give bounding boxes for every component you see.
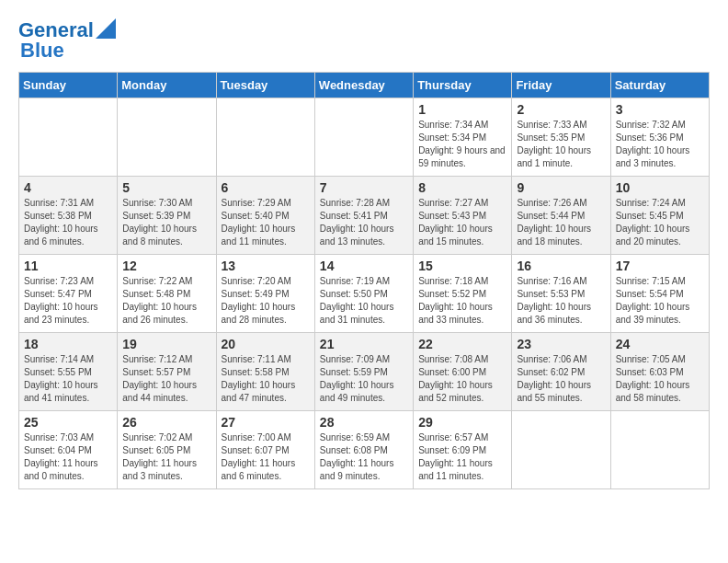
- day-number: 27: [222, 415, 310, 430]
- day-number: 7: [320, 180, 408, 195]
- day-header-tuesday: Tuesday: [216, 73, 314, 98]
- calendar-cell: 28Sunrise: 6:59 AM Sunset: 6:08 PM Dayli…: [314, 411, 413, 489]
- calendar-cell: 14Sunrise: 7:19 AM Sunset: 5:50 PM Dayli…: [314, 255, 413, 333]
- calendar-cell: 17Sunrise: 7:15 AM Sunset: 5:54 PM Dayli…: [610, 255, 709, 333]
- day-info: Sunrise: 7:03 AM Sunset: 6:04 PM Dayligh…: [24, 431, 112, 483]
- day-info: Sunrise: 7:00 AM Sunset: 6:07 PM Dayligh…: [222, 431, 310, 483]
- day-number: 12: [122, 259, 210, 273]
- calendar-cell: 19Sunrise: 7:12 AM Sunset: 5:57 PM Dayli…: [118, 333, 216, 411]
- day-number: 13: [222, 259, 310, 273]
- day-number: 9: [517, 180, 605, 195]
- day-info: Sunrise: 7:12 AM Sunset: 5:57 PM Dayligh…: [122, 353, 210, 405]
- day-header-wednesday: Wednesday: [314, 73, 413, 98]
- day-number: 24: [616, 337, 704, 351]
- day-info: Sunrise: 7:02 AM Sunset: 6:05 PM Dayligh…: [122, 431, 210, 483]
- day-number: 4: [24, 180, 112, 195]
- day-number: 22: [418, 337, 506, 351]
- day-info: Sunrise: 7:28 AM Sunset: 5:41 PM Dayligh…: [320, 197, 408, 248]
- day-number: 8: [418, 180, 506, 195]
- day-number: 2: [517, 102, 605, 117]
- calendar-cell: [512, 411, 610, 489]
- calendar-cell: 29Sunrise: 6:57 AM Sunset: 6:09 PM Dayli…: [414, 411, 512, 489]
- day-header-saturday: Saturday: [610, 73, 709, 98]
- day-info: Sunrise: 7:24 AM Sunset: 5:45 PM Dayligh…: [616, 197, 704, 248]
- day-number: 25: [24, 415, 112, 430]
- calendar-cell: 1Sunrise: 7:34 AM Sunset: 5:34 PM Daylig…: [414, 98, 512, 177]
- page-header: General Blue: [18, 18, 710, 63]
- calendar-cell: 27Sunrise: 7:00 AM Sunset: 6:07 PM Dayli…: [216, 411, 314, 489]
- calendar-cell: [216, 98, 314, 177]
- day-info: Sunrise: 7:05 AM Sunset: 6:03 PM Dayligh…: [616, 353, 704, 405]
- day-header-thursday: Thursday: [414, 73, 512, 98]
- day-number: 26: [122, 415, 210, 430]
- calendar-cell: 11Sunrise: 7:23 AM Sunset: 5:47 PM Dayli…: [19, 255, 118, 333]
- day-number: 21: [320, 337, 408, 351]
- calendar-table: SundayMondayTuesdayWednesdayThursdayFrid…: [18, 72, 710, 489]
- calendar-cell: 16Sunrise: 7:16 AM Sunset: 5:53 PM Dayli…: [512, 255, 610, 333]
- day-number: 5: [122, 180, 210, 195]
- week-row-4: 18Sunrise: 7:14 AM Sunset: 5:55 PM Dayli…: [19, 333, 710, 411]
- day-info: Sunrise: 7:27 AM Sunset: 5:43 PM Dayligh…: [418, 197, 506, 248]
- day-info: Sunrise: 7:18 AM Sunset: 5:52 PM Dayligh…: [418, 275, 506, 327]
- day-number: 18: [24, 337, 112, 351]
- day-number: 23: [517, 337, 605, 351]
- day-info: Sunrise: 7:06 AM Sunset: 6:02 PM Dayligh…: [517, 353, 605, 405]
- week-row-2: 4Sunrise: 7:31 AM Sunset: 5:38 PM Daylig…: [19, 177, 710, 255]
- day-info: Sunrise: 7:23 AM Sunset: 5:47 PM Dayligh…: [24, 275, 112, 327]
- calendar-cell: 23Sunrise: 7:06 AM Sunset: 6:02 PM Dayli…: [512, 333, 610, 411]
- day-info: Sunrise: 7:09 AM Sunset: 5:59 PM Dayligh…: [320, 353, 408, 405]
- logo-blue-text: Blue: [20, 39, 64, 62]
- calendar-cell: 8Sunrise: 7:27 AM Sunset: 5:43 PM Daylig…: [414, 177, 512, 255]
- calendar-cell: [314, 98, 413, 177]
- day-info: Sunrise: 7:26 AM Sunset: 5:44 PM Dayligh…: [517, 197, 605, 248]
- calendar-cell: 26Sunrise: 7:02 AM Sunset: 6:05 PM Dayli…: [118, 411, 216, 489]
- calendar-cell: 13Sunrise: 7:20 AM Sunset: 5:49 PM Dayli…: [216, 255, 314, 333]
- week-row-1: 1Sunrise: 7:34 AM Sunset: 5:34 PM Daylig…: [19, 98, 710, 177]
- day-number: 16: [517, 259, 605, 273]
- day-info: Sunrise: 7:22 AM Sunset: 5:48 PM Dayligh…: [122, 275, 210, 327]
- week-row-5: 25Sunrise: 7:03 AM Sunset: 6:04 PM Dayli…: [19, 411, 710, 489]
- calendar-cell: 20Sunrise: 7:11 AM Sunset: 5:58 PM Dayli…: [216, 333, 314, 411]
- day-number: 10: [616, 180, 704, 195]
- calendar-cell: 25Sunrise: 7:03 AM Sunset: 6:04 PM Dayli…: [19, 411, 118, 489]
- calendar-cell: 15Sunrise: 7:18 AM Sunset: 5:52 PM Dayli…: [414, 255, 512, 333]
- calendar-cell: 5Sunrise: 7:30 AM Sunset: 5:39 PM Daylig…: [118, 177, 216, 255]
- calendar-cell: [118, 98, 216, 177]
- day-info: Sunrise: 7:31 AM Sunset: 5:38 PM Dayligh…: [24, 197, 112, 248]
- day-info: Sunrise: 6:57 AM Sunset: 6:09 PM Dayligh…: [418, 431, 506, 483]
- day-info: Sunrise: 7:20 AM Sunset: 5:49 PM Dayligh…: [222, 275, 310, 327]
- week-row-3: 11Sunrise: 7:23 AM Sunset: 5:47 PM Dayli…: [19, 255, 710, 333]
- day-number: 19: [122, 337, 210, 351]
- day-info: Sunrise: 7:32 AM Sunset: 5:36 PM Dayligh…: [616, 119, 704, 170]
- day-info: Sunrise: 7:30 AM Sunset: 5:39 PM Dayligh…: [122, 197, 210, 248]
- day-number: 6: [222, 180, 310, 195]
- calendar-cell: 24Sunrise: 7:05 AM Sunset: 6:03 PM Dayli…: [610, 333, 709, 411]
- svg-marker-0: [96, 18, 116, 39]
- day-number: 28: [320, 415, 408, 430]
- day-info: Sunrise: 7:14 AM Sunset: 5:55 PM Dayligh…: [24, 353, 112, 405]
- day-info: Sunrise: 7:15 AM Sunset: 5:54 PM Dayligh…: [616, 275, 704, 327]
- day-info: Sunrise: 7:08 AM Sunset: 6:00 PM Dayligh…: [418, 353, 506, 405]
- day-info: Sunrise: 7:16 AM Sunset: 5:53 PM Dayligh…: [517, 275, 605, 327]
- day-number: 1: [418, 102, 506, 117]
- day-info: Sunrise: 7:29 AM Sunset: 5:40 PM Dayligh…: [222, 197, 310, 248]
- header-row: SundayMondayTuesdayWednesdayThursdayFrid…: [19, 73, 710, 98]
- calendar-cell: 7Sunrise: 7:28 AM Sunset: 5:41 PM Daylig…: [314, 177, 413, 255]
- day-info: Sunrise: 7:33 AM Sunset: 5:35 PM Dayligh…: [517, 119, 605, 170]
- day-info: Sunrise: 6:59 AM Sunset: 6:08 PM Dayligh…: [320, 431, 408, 483]
- day-number: 11: [24, 259, 112, 273]
- calendar-cell: 10Sunrise: 7:24 AM Sunset: 5:45 PM Dayli…: [610, 177, 709, 255]
- day-number: 29: [418, 415, 506, 430]
- day-number: 17: [616, 259, 704, 273]
- day-number: 15: [418, 259, 506, 273]
- day-number: 14: [320, 259, 408, 273]
- day-header-sunday: Sunday: [19, 73, 118, 98]
- calendar-cell: 6Sunrise: 7:29 AM Sunset: 5:40 PM Daylig…: [216, 177, 314, 255]
- day-header-friday: Friday: [512, 73, 610, 98]
- day-info: Sunrise: 7:34 AM Sunset: 5:34 PM Dayligh…: [418, 119, 506, 170]
- calendar-cell: 18Sunrise: 7:14 AM Sunset: 5:55 PM Dayli…: [19, 333, 118, 411]
- calendar-cell: 21Sunrise: 7:09 AM Sunset: 5:59 PM Dayli…: [314, 333, 413, 411]
- calendar-cell: 2Sunrise: 7:33 AM Sunset: 5:35 PM Daylig…: [512, 98, 610, 177]
- calendar-cell: 3Sunrise: 7:32 AM Sunset: 5:36 PM Daylig…: [610, 98, 709, 177]
- day-info: Sunrise: 7:11 AM Sunset: 5:58 PM Dayligh…: [222, 353, 310, 405]
